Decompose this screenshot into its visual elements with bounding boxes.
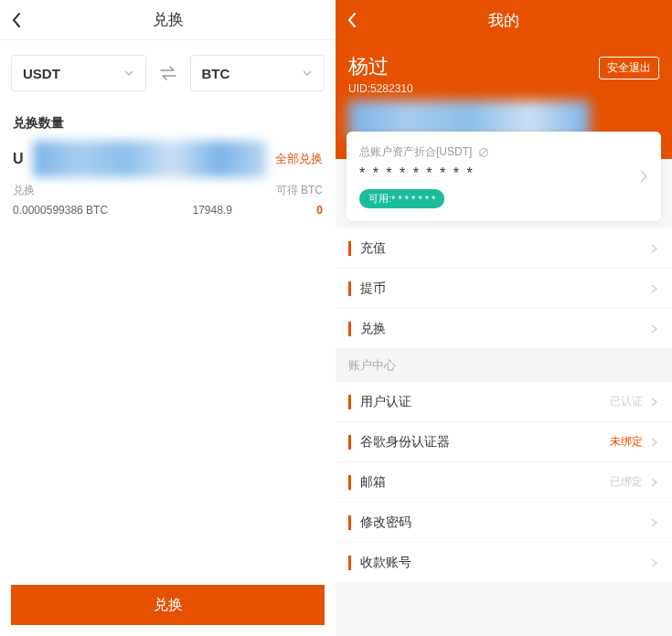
profile-header: 我的 [336,0,672,40]
to-currency-label: BTC [202,66,230,81]
menu-item-password[interactable]: 修改密码 [336,503,672,543]
page-title: 我的 [488,10,519,31]
chevron-right-icon [650,398,659,407]
back-icon[interactable] [347,12,357,28]
rate-value: 0.0000599386 BTC [13,204,108,217]
back-icon[interactable] [11,12,22,28]
swap-icon[interactable] [155,60,181,86]
chevron-right-icon [639,169,648,184]
account-menu: 用户认证 已认证 谷歌身份认证器 未绑定 邮箱 已绑定 修改密码 收款账号 [336,382,672,583]
logout-button[interactable]: 安全退出 [599,57,659,80]
chevron-right-icon [650,244,659,253]
exchange-submit-button[interactable]: 兑换 [11,585,325,625]
accent-bar [348,281,351,296]
chevron-down-icon [123,68,134,79]
status-text: 已认证 [610,394,643,409]
chevron-right-icon [650,324,659,334]
accent-bar [348,515,351,530]
chevron-right-icon [650,518,659,527]
chevron-down-icon [302,68,313,79]
eye-off-icon[interactable] [477,146,490,159]
asset-card[interactable]: 总账户资产折合[USDT] * * * * * * * * * 可用: * * … [347,132,661,221]
accent-bar [348,556,351,570]
all-exchange-button[interactable]: 全部兑换 [275,151,323,167]
to-currency-select[interactable]: BTC [190,55,325,91]
menu-item-verify[interactable]: 用户认证 已认证 [336,382,672,422]
from-currency-select[interactable]: USDT [11,55,146,91]
accent-bar [348,435,351,450]
status-text: 已绑定 [610,474,643,490]
accent-bar [348,395,351,409]
asset-label: 总账户资产折合[USDT] [359,144,472,160]
exchange-header: 兑换 [0,0,336,40]
chevron-right-icon [650,558,659,567]
accent-bar [348,475,351,490]
action-menu: 充值 提币 兑换 [336,228,672,349]
chevron-right-icon [650,284,659,293]
menu-item-payment[interactable]: 收款账号 [336,543,672,583]
amount-input-blurred[interactable] [33,141,266,177]
amount-section-label: 兑换数量 [0,106,336,139]
menu-item-exchange[interactable]: 兑换 [336,309,672,349]
chevron-right-icon [650,478,659,487]
rate-right: 0 [316,204,323,217]
menu-item-deposit[interactable]: 充值 [336,228,672,269]
accent-bar [348,322,351,336]
chevron-right-icon [650,438,659,447]
status-text: 未绑定 [610,434,643,450]
account-center-header: 账户中心 [336,349,672,382]
exchange-small-label: 兑换 [13,183,35,198]
accent-bar [348,241,351,256]
available-label: 可得 BTC [276,183,323,198]
amount-prefix: U [13,151,24,167]
asset-value: * * * * * * * * * [359,165,648,182]
rate-mid: 17948.9 [193,204,232,217]
menu-item-google-auth[interactable]: 谷歌身份认证器 未绑定 [336,422,672,462]
page-title: 兑换 [153,9,184,30]
menu-item-email[interactable]: 邮箱 已绑定 [336,462,672,503]
uid: UID:5282310 [348,82,659,95]
from-currency-label: USDT [23,66,60,81]
available-badge: 可用: * * * * * * * [359,189,444,208]
menu-item-withdraw[interactable]: 提币 [336,269,672,309]
